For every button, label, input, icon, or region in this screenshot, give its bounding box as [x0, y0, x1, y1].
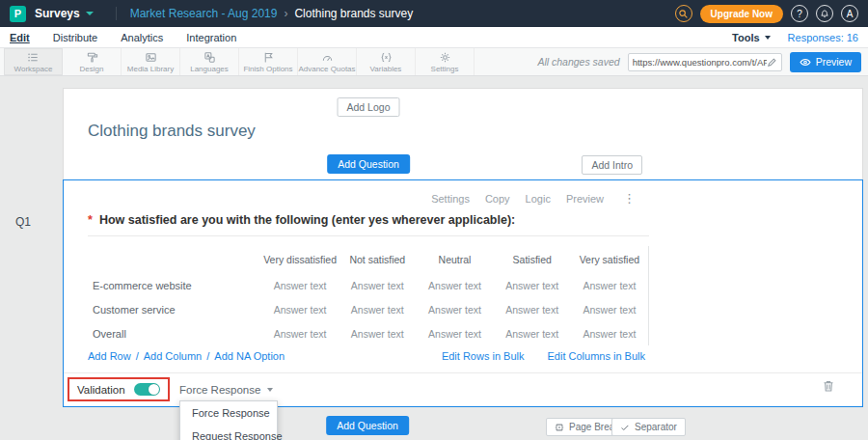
matrix-answer-cell[interactable]: Answer text [416, 297, 493, 321]
edit-url-pencil-icon[interactable] [767, 57, 777, 68]
add-logo-button[interactable]: Add Logo [338, 97, 400, 117]
surveys-menu-label: Surveys [35, 7, 80, 20]
matrix-row-label[interactable]: Overall [88, 321, 261, 345]
matrix-answer-cell[interactable]: Answer text [571, 273, 648, 297]
chevron-down-icon [86, 12, 94, 15]
user-avatar[interactable]: A [841, 5, 858, 22]
matrix-table: Very dissatisfied Not satisfied Neutral … [88, 246, 649, 345]
edit-rows-in-bulk-link[interactable]: Edit Rows in Bulk [442, 350, 525, 362]
question-block-q1: Settings Copy Logic Preview ⋮ *How satis… [63, 179, 863, 407]
matrix-column-header[interactable]: Very satisfied [571, 246, 648, 273]
chevron-down-icon [765, 36, 771, 40]
tab-edit[interactable]: Edit [10, 32, 30, 43]
matrix-answer-cell[interactable]: Answer text [416, 321, 493, 345]
toolbar-item-label: Advance Quotas [298, 65, 355, 73]
breadcrumb-parent[interactable]: Market Research - Aug 2019 [130, 7, 278, 20]
topbar-right: Upgrade Now ? A [675, 5, 858, 23]
main-nav: Edit Distribute Analytics Integration To… [0, 27, 868, 48]
workspace-icon [27, 51, 40, 64]
toolbar-item-label: Settings [431, 65, 459, 73]
matrix-answer-cell[interactable]: Answer text [494, 273, 571, 297]
edit-columns-in-bulk-link[interactable]: Edit Columns in Bulk [548, 350, 646, 362]
delete-question-trash-icon[interactable] [822, 379, 835, 393]
tab-integration[interactable]: Integration [186, 32, 236, 43]
responses-count-link[interactable]: Responses: 16 [788, 32, 858, 43]
question-text-row[interactable]: *How satisfied are you with the followin… [88, 213, 515, 227]
add-question-button-bottom[interactable]: Add Question [326, 416, 409, 435]
matrix-row-label[interactable]: Customer service [88, 297, 261, 321]
tools-menu[interactable]: Tools [732, 32, 771, 43]
toolbar-item-media-library[interactable]: Media Library [122, 48, 180, 75]
toolbar-item-design[interactable]: Design [63, 48, 122, 75]
dropdown-option-force-response[interactable]: Force Response [180, 401, 277, 425]
questionpro-logo[interactable]: P [10, 6, 26, 22]
survey-url-input[interactable] [633, 57, 767, 68]
matrix-answer-cell[interactable]: Answer text [339, 273, 416, 297]
toolbar-item-advance-quotas[interactable]: Advance Quotas [298, 48, 357, 75]
toolbar-item-variables[interactable]: Variables [357, 48, 416, 75]
toolbar-item-finish-options[interactable]: Finish Options [239, 48, 298, 75]
separator-button[interactable]: Separator [611, 418, 686, 436]
matrix-answer-cell[interactable]: Answer text [261, 321, 339, 345]
survey-title[interactable]: Clothing brands survey [88, 122, 256, 141]
nav-right: Tools Responses: 16 [732, 32, 858, 43]
divider [64, 372, 862, 373]
upgrade-now-button[interactable]: Upgrade Now [700, 5, 783, 23]
toolbar-item-label: Languages [190, 65, 229, 73]
matrix-answer-cell[interactable]: Answer text [494, 297, 571, 321]
question-number-label: Q1 [15, 215, 31, 229]
help-button[interactable]: ? [791, 5, 808, 22]
matrix-answer-cell[interactable]: Answer text [339, 297, 416, 321]
search-icon[interactable] [675, 5, 692, 22]
matrix-answer-cell[interactable]: Answer text [339, 321, 416, 345]
dropdown-option-request-response[interactable]: Request Response [180, 425, 277, 440]
variables-icon [380, 51, 393, 64]
validation-toggle[interactable] [134, 383, 160, 396]
question-actions: Settings Copy Logic Preview ⋮ [431, 191, 636, 206]
matrix-column-header[interactable]: Neutral [416, 246, 493, 273]
matrix-answer-cell[interactable]: Answer text [494, 321, 571, 345]
matrix-answer-cell[interactable]: Answer text [416, 273, 493, 297]
question-logic-link[interactable]: Logic [526, 193, 551, 205]
validation-type-dropdown[interactable]: Force Response [179, 384, 273, 396]
tab-analytics[interactable]: Analytics [121, 32, 163, 43]
matrix-answer-cell[interactable]: Answer text [571, 297, 648, 321]
add-na-option-link[interactable]: Add NA Option [214, 350, 285, 362]
validation-label: Validation [77, 384, 125, 396]
link-separator: / [136, 350, 139, 362]
tab-distribute[interactable]: Distribute [53, 32, 97, 43]
bulk-edit-links: Edit Rows in Bulk Edit Columns in Bulk [442, 350, 645, 362]
matrix-answer-cell[interactable]: Answer text [261, 297, 339, 321]
matrix-answer-cell[interactable]: Answer text [261, 273, 339, 297]
toolbar-item-settings[interactable]: Settings [416, 48, 475, 75]
notifications-bell-icon[interactable] [816, 5, 833, 22]
more-options-icon[interactable]: ⋮ [623, 191, 636, 206]
matrix-answer-cell[interactable]: Answer text [571, 321, 648, 345]
question-settings-link[interactable]: Settings [431, 193, 470, 205]
toolbar-right: All changes saved Preview [537, 48, 864, 75]
matrix-column-header[interactable]: Satisfied [494, 246, 571, 273]
preview-button-label: Preview [816, 56, 852, 68]
add-question-button-top[interactable]: Add Question [327, 154, 410, 174]
add-intro-button[interactable]: Add Intro [582, 155, 642, 175]
matrix-column-header[interactable]: Not satisfied [339, 246, 416, 273]
matrix-column-header[interactable]: Very dissatisfied [261, 246, 339, 273]
breadcrumb-separator: › [284, 7, 287, 20]
add-row-link[interactable]: Add Row [88, 350, 131, 362]
matrix-structure-links: Add Row / Add Column / Add NA Option [88, 350, 285, 362]
question-copy-link[interactable]: Copy [485, 193, 510, 205]
toolbar-item-workspace[interactable]: Workspace [4, 48, 63, 75]
toolbar-item-languages[interactable]: Languages [180, 48, 239, 75]
matrix-row-label[interactable]: E-commerce website [88, 273, 261, 297]
editor-toolbar: Workspace Design Media Library [0, 48, 868, 76]
add-column-link[interactable]: Add Column [144, 350, 203, 362]
surveys-menu[interactable]: Surveys [35, 7, 94, 20]
toolbar-item-label: Variables [370, 65, 402, 73]
question-preview-link[interactable]: Preview [566, 193, 604, 205]
tools-menu-label: Tools [732, 32, 760, 43]
checkmark-icon [620, 423, 630, 432]
preview-button[interactable]: Preview [790, 52, 861, 72]
validation-highlight-annotation: Validation [68, 377, 170, 401]
toolbar-item-label: Workspace [14, 65, 53, 73]
survey-url-box [628, 53, 782, 71]
